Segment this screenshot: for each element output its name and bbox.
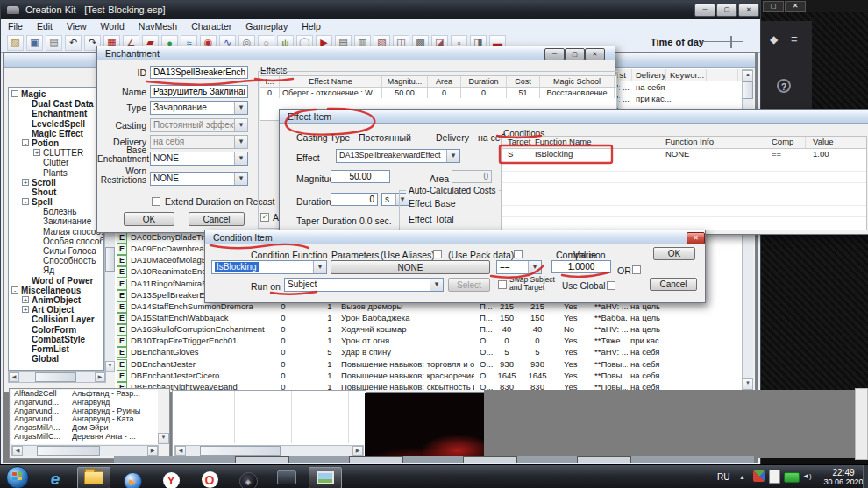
tree-expand-icon[interactable]: + xyxy=(33,149,40,156)
tree-expand-icon[interactable]: + xyxy=(22,306,29,313)
conditions-col-target[interactable]: Target xyxy=(508,137,530,146)
scroll-right-icon[interactable]: ▶ xyxy=(147,446,158,456)
conditions-col-value[interactable]: Value xyxy=(813,137,834,146)
name-input[interactable] xyxy=(150,85,248,98)
time-of-day-slider[interactable] xyxy=(701,41,743,42)
tree-item[interactable]: CombatStyle xyxy=(9,335,103,344)
tree-expand-icon[interactable]: - xyxy=(11,286,18,294)
id-input[interactable] xyxy=(150,66,248,79)
effects-column-header[interactable]: Area xyxy=(428,76,461,87)
tree-item[interactable]: Малая способ... xyxy=(9,227,103,237)
toolbar-icon[interactable]: ▣ xyxy=(26,35,43,51)
time-of-day-slider-handle[interactable] xyxy=(730,36,732,48)
effects-column-header[interactable]: Effect Name xyxy=(280,76,382,87)
close-button[interactable]: ✕ xyxy=(738,4,759,17)
scroll-left-icon[interactable]: ◀ xyxy=(9,372,19,382)
tree-item[interactable]: FormList xyxy=(9,344,103,354)
condition-close-button[interactable]: ✕ xyxy=(687,232,705,244)
tree-item[interactable]: Dual Cast Data xyxy=(9,99,103,109)
Урон от огня[interactable]: E DB10TrapFireTriggerEnch01 0 1 Урон от … xyxy=(115,335,741,346)
base-enchantment-dropdown[interactable]: NONE xyxy=(150,152,248,166)
effects-column-header[interactable]: Duration xyxy=(461,76,507,87)
auto-calc-checkbox[interactable]: ✓ xyxy=(260,213,269,222)
tree-item[interactable]: LeveledSpell xyxy=(9,119,103,129)
run-on-dropdown[interactable]: Subject xyxy=(284,278,444,292)
dialog-maximize-button[interactable]: ▢ xyxy=(565,48,585,60)
conditions-col-function-name[interactable]: Function Name xyxy=(535,137,591,146)
tree-item[interactable]: +Scroll xyxy=(9,178,103,187)
condition-cancel-button[interactable]: Cancel xyxy=(650,278,697,291)
tree-expand-icon[interactable]: + xyxy=(22,296,29,303)
clock-date[interactable]: 30.06.2020 xyxy=(821,477,866,486)
menu-item[interactable]: Character xyxy=(184,19,238,33)
scroll-right-icon[interactable]: ▶ xyxy=(95,372,105,382)
magnitude-input[interactable] xyxy=(331,170,390,183)
opera-icon[interactable]: O xyxy=(193,469,226,488)
tree-item[interactable]: -Spell xyxy=(9,197,103,207)
menu-item[interactable]: World xyxy=(94,19,132,33)
toolbar-icon[interactable]: ▨ xyxy=(7,35,24,51)
menu-item[interactable]: Edit xyxy=(30,19,60,33)
tree-horizontal-scrollbar[interactable]: ◀ ▶ xyxy=(8,371,106,383)
Урон Ваббаджека[interactable]: E DA15StaffEnchWabbajack 0 1 Урон Ваббад… xyxy=(115,312,741,323)
Ходячий кошмар[interactable]: E DA16SkullofCorruptionEnchantment 0 1 Х… xyxy=(115,323,741,335)
tree-item[interactable]: Яд xyxy=(9,265,103,275)
conditions-col-function-info[interactable]: Function Info xyxy=(665,137,714,146)
yandex-icon[interactable]: Y xyxy=(154,470,188,488)
tree-item[interactable]: Болезнь xyxy=(9,207,103,216)
tree-item[interactable]: Magic Effect xyxy=(9,129,103,138)
wmp-icon[interactable]: ▶ xyxy=(116,470,149,488)
tree-expand-icon[interactable]: - xyxy=(22,198,29,205)
tray-expand-icon[interactable]: ▲ xyxy=(739,474,745,480)
list-header-keywords[interactable]: Keywor... xyxy=(670,70,704,80)
Дом Эйри[interactable]: AngasMillA...Дом Эйри xyxy=(11,424,158,433)
parameters-none-button[interactable]: NONE xyxy=(331,260,490,274)
Повышение навыков: скрытность и раз...[interactable]: E DBEnchantNightWeaveBand 0 1 Повышение … xyxy=(115,381,741,390)
type-dropdown[interactable]: Зачарование xyxy=(150,101,248,115)
extend-duration-checkbox[interactable] xyxy=(152,197,160,206)
minimize-button[interactable]: ─ xyxy=(694,4,715,17)
tree-item[interactable]: Clutter xyxy=(9,158,103,167)
list-header-delivery[interactable]: Delivery xyxy=(636,70,665,80)
scroll-down-icon[interactable]: ▼ xyxy=(158,433,169,444)
tree-item[interactable]: Shout xyxy=(9,187,103,197)
tree-item[interactable]: Способность xyxy=(9,256,103,265)
Повышение навыков: красноречие и од...[interactable]: E DBEnchantJesterCicero 0 1 Повышение на… xyxy=(115,370,741,381)
tree-item[interactable]: +CLUTTER xyxy=(9,148,103,158)
or-checkbox[interactable] xyxy=(632,265,641,274)
Ангарвунд - Ката...[interactable]: Angarvund...Ангарвунд - Ката... xyxy=(11,415,158,424)
Ангарвунд - Руины[interactable]: Angarvund...Ангарвунд - Руины xyxy=(11,407,158,416)
casting-dropdown[interactable]: Постоянный эффект xyxy=(150,118,248,132)
menu-item[interactable]: NavMesh xyxy=(132,19,184,33)
condition-ok-button[interactable]: OK xyxy=(653,247,695,260)
effects-column-header[interactable]: Magic School xyxy=(540,76,615,87)
menu-item[interactable]: Gameplay xyxy=(238,19,295,33)
Альфтанд - Разр...[interactable]: Alftand2CellАльфтанд - Разр... xyxy=(11,390,158,399)
Повышение навыков: торговля и однор...[interactable]: E DBEnchantJester 0 1 Повышение навыков:… xyxy=(115,358,741,370)
scroll-left-icon[interactable]: ◀ xyxy=(12,446,23,456)
tree-item[interactable]: Collision Layer xyxy=(9,315,103,324)
tree-item[interactable]: -Miscellaneous xyxy=(9,286,103,295)
tree-item[interactable]: ColorForm xyxy=(9,325,103,335)
menu-item[interactable]: View xyxy=(60,19,94,33)
tree-item[interactable]: Enchantment xyxy=(9,109,103,118)
tree-expand-icon[interactable]: - xyxy=(22,139,29,146)
use-pack-data-checkbox[interactable] xyxy=(514,250,523,258)
area-input[interactable] xyxy=(452,170,492,183)
bg-maximize-button[interactable]: ▢ xyxy=(763,1,784,12)
language-indicator[interactable]: RU xyxy=(717,472,729,482)
dialog-close-button[interactable]: ✕ xyxy=(585,48,605,60)
menu-item[interactable]: File xyxy=(1,19,30,33)
ie-icon[interactable]: e xyxy=(39,468,72,488)
effects-column-header[interactable]: Magnitu... xyxy=(382,76,428,87)
conditions-col-comp[interactable]: Comp xyxy=(772,137,793,146)
use-global-checkbox[interactable] xyxy=(607,281,615,290)
tree-item[interactable]: Plants xyxy=(9,168,103,178)
condition-row[interactable]: S IsBlocking NONE == 1.00 xyxy=(502,148,866,159)
toolbar-icon[interactable]: ▤ xyxy=(46,35,62,51)
tree-item[interactable]: Global xyxy=(9,354,103,364)
effects-column-header[interactable]: I... xyxy=(260,76,280,87)
help-icon[interactable]: ? xyxy=(777,79,791,93)
tree-expand-icon[interactable]: - xyxy=(11,90,18,97)
scroll-down-icon[interactable]: ▼ xyxy=(105,361,115,371)
